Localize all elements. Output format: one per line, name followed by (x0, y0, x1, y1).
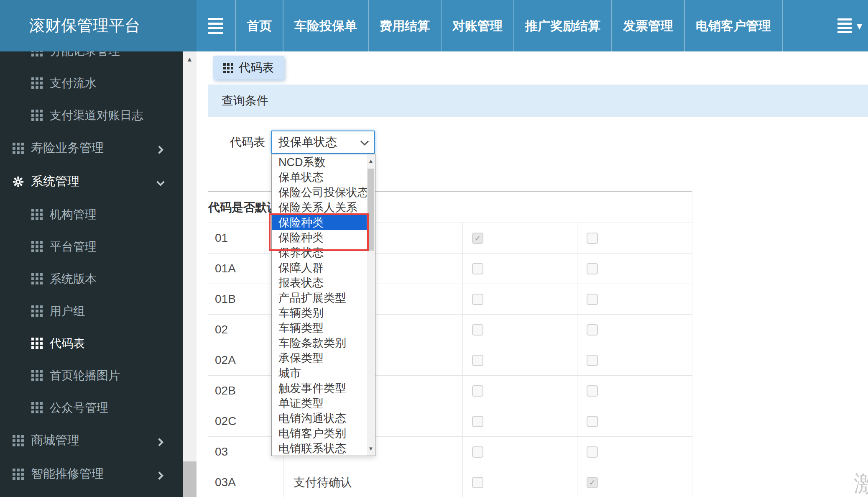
is-default-cell: ✓ (462, 376, 577, 406)
nav-item[interactable]: 发票管理 (611, 0, 684, 51)
grid-icon (13, 435, 24, 446)
is-default-checkbox[interactable]: ✓ (472, 477, 483, 488)
sidebar-item-label: 寿险业务管理 (31, 140, 104, 156)
dropdown-option[interactable]: 车辆类型 (272, 320, 367, 336)
is-default-cell: ✓ (462, 254, 577, 284)
is-system-cell: ✓ (577, 406, 692, 436)
dropdown-option[interactable]: 电销客户类别 (272, 426, 367, 441)
is-system-checkbox[interactable]: ✓ (587, 233, 598, 244)
sidebar-item-label: 首页轮播图片 (50, 368, 120, 384)
dropdown-option[interactable]: 报表状态 (272, 275, 367, 290)
dropdown-option[interactable]: 电销联系状态 (272, 441, 367, 456)
dropdown-scrollbar-thumb[interactable] (368, 169, 374, 251)
is-system-checkbox[interactable]: ✓ (587, 355, 598, 366)
sidebar-toggle-button[interactable] (197, 0, 235, 51)
is-system-checkbox[interactable]: ✓ (587, 294, 598, 305)
is-system-cell: ✓ (577, 467, 692, 497)
sidebar-item[interactable]: 公众号管理 (0, 392, 183, 424)
is-system-cell: ✓ (577, 437, 692, 467)
dropdown-option[interactable]: 电销沟通状态 (272, 411, 367, 426)
sidebar-item[interactable]: 机构管理 (0, 198, 183, 231)
nav-item[interactable]: 电销客户管理 (684, 0, 783, 51)
is-system-checkbox[interactable]: ✓ (587, 263, 598, 274)
dropdown-option[interactable]: 承保类型 (272, 351, 367, 366)
sidebar-item-label: 分配记录管理 (50, 51, 120, 59)
scroll-up-arrow-icon[interactable]: ▲ (367, 154, 375, 168)
sidebar-item-label: 商城管理 (31, 432, 79, 449)
dropdown-option[interactable]: 城市 (272, 366, 367, 381)
user-menu-button[interactable]: ▾ (837, 0, 862, 51)
sidebar-item[interactable]: 支付渠道对账日志 (0, 99, 183, 131)
app-logo[interactable]: 滚财保管理平台 (0, 0, 197, 51)
is-default-checkbox[interactable]: ✓ (472, 355, 483, 366)
grid-icon (223, 63, 233, 73)
scroll-up-arrow-icon[interactable]: ▲ (183, 51, 197, 67)
is-default-checkbox[interactable]: ✓ (472, 416, 483, 427)
sidebar-item[interactable]: 寿险业务管理 (0, 131, 183, 165)
nav-item[interactable]: 费用结算 (368, 0, 441, 51)
nav-item[interactable]: 车险投保单 (283, 0, 368, 51)
grid-icon (13, 469, 24, 480)
watermark-line2: 转 (857, 494, 868, 497)
gear-icon (13, 176, 24, 187)
is-system-checkbox[interactable]: ✓ (587, 385, 598, 397)
tab-label: 代码表 (239, 60, 274, 76)
is-default-cell: ✓ (462, 467, 577, 497)
sidebar-item[interactable]: 首页轮播图片 (0, 359, 183, 392)
dropdown-scrollbar[interactable]: ▲ ▼ (367, 154, 375, 456)
dropdown-option[interactable]: 产品扩展类型 (272, 290, 367, 305)
sidebar-item[interactable]: 系统版本 (0, 263, 183, 295)
dropdown-option[interactable]: 保单状态 (272, 170, 367, 185)
sidebar-scrollbar-thumb[interactable] (183, 461, 197, 497)
nav-item[interactable]: 对账管理 (441, 0, 513, 51)
sidebar-item[interactable]: 商城管理 (0, 424, 183, 457)
is-system-checkbox[interactable]: ✓ (587, 446, 598, 458)
is-default-checkbox[interactable]: ✓ (472, 324, 483, 336)
sidebar-item[interactable]: 分配记录管理 (0, 51, 183, 67)
dropdown-option[interactable]: 保险种类 (272, 230, 367, 245)
is-system-checkbox[interactable]: ✓ (587, 324, 598, 336)
sidebar-item-label: 系统版本 (50, 271, 97, 287)
sidebar-item[interactable]: 智能推修管理 (0, 457, 183, 491)
query-panel-header: 查询条件 (208, 85, 868, 117)
sidebar-item-label: 支付流水 (50, 75, 97, 91)
dropdown-option[interactable]: NCD系数 (272, 155, 367, 170)
is-default-cell: ✓ (462, 437, 577, 467)
is-system-checkbox[interactable]: ✓ (587, 477, 598, 488)
is-default-cell: ✓ (462, 315, 577, 345)
sidebar-scrollbar[interactable]: ▲ (183, 51, 197, 497)
dropdown-option[interactable]: 保养状态 (272, 245, 367, 260)
sidebar-item[interactable]: 支付流水 (0, 67, 183, 99)
is-system-checkbox[interactable]: ✓ (587, 416, 598, 427)
sidebar-item[interactable]: 平台管理 (0, 231, 183, 263)
dropdown-option[interactable]: 保险公司投保状态 (272, 185, 367, 200)
nav-item[interactable]: 首页 (235, 0, 283, 51)
dropdown-option[interactable]: 保险关系人关系 (272, 200, 367, 215)
nav-item[interactable]: 推广奖励结算 (513, 0, 611, 51)
sidebar-item[interactable]: 用户组 (0, 295, 183, 327)
is-default-checkbox[interactable]: ✓ (472, 385, 483, 397)
is-default-checkbox[interactable]: ✓ (472, 446, 483, 458)
dropdown-option[interactable]: 车辆类别 (272, 305, 367, 320)
sidebar-item-label: 支付渠道对账日志 (50, 108, 143, 123)
dropdown-option[interactable]: 保险种类 (272, 215, 367, 230)
dropdown-option[interactable]: 触发事件类型 (272, 381, 367, 396)
grid-icon (13, 143, 24, 154)
is-default-checkbox[interactable]: ✓ (472, 233, 483, 244)
dropdown-option[interactable]: 保障人群 (272, 260, 367, 275)
is-default-checkbox[interactable]: ✓ (472, 294, 483, 305)
dropdown-option[interactable]: 车险条款类别 (272, 336, 367, 351)
top-navbar: 滚财保管理平台 首页车险投保单费用结算对账管理推广奖励结算发票管理电销客户管理 … (0, 0, 868, 51)
sidebar-item-label: 用户组 (50, 303, 85, 319)
dropdown-option[interactable]: 单证类型 (272, 396, 367, 411)
tab-code-table[interactable]: 代码表 (213, 56, 284, 79)
select-value: 投保单状态 (278, 134, 337, 150)
code-table-select[interactable]: 投保单状态 (271, 131, 375, 154)
sidebar-item[interactable]: 代码表 (0, 327, 183, 359)
grid-icon (31, 110, 43, 121)
scroll-down-arrow-icon[interactable]: ▼ (367, 442, 375, 456)
sidebar-item-label: 智能推修管理 (31, 466, 104, 482)
sidebar-item[interactable]: 系统管理 (0, 165, 183, 198)
grid-icon (31, 402, 43, 413)
is-default-checkbox[interactable]: ✓ (472, 263, 483, 274)
